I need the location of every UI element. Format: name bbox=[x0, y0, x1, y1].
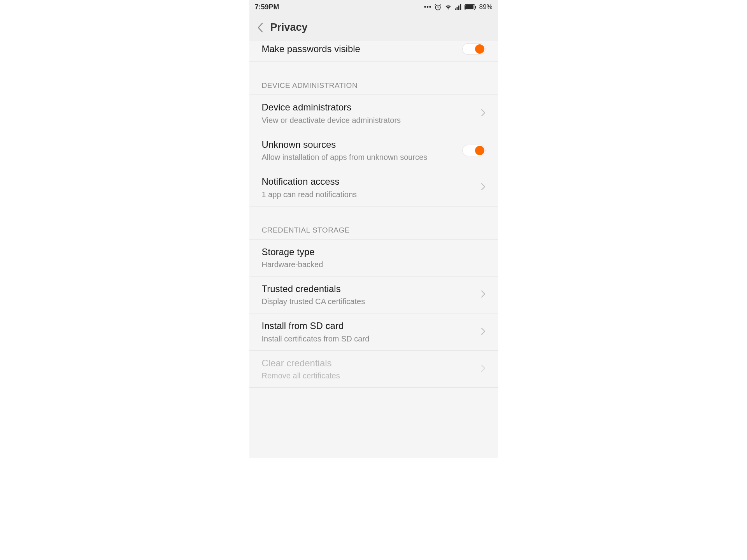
setting-subtitle: 1 app can read notifications bbox=[262, 189, 476, 200]
wifi-icon bbox=[444, 4, 452, 10]
setting-subtitle: Allow installation of apps from unknown … bbox=[262, 152, 462, 163]
setting-storage-type: Storage type Hardware-backed bbox=[249, 240, 498, 276]
setting-subtitle: View or deactivate device administrators bbox=[262, 115, 476, 126]
setting-subtitle: Display trusted CA certificates bbox=[262, 296, 476, 307]
svg-rect-1 bbox=[455, 9, 456, 10]
chevron-right-icon bbox=[481, 364, 486, 374]
setting-subtitle: Hardware-backed bbox=[262, 259, 486, 270]
setting-title: Install from SD card bbox=[262, 320, 476, 332]
chevron-right-icon bbox=[481, 183, 486, 192]
setting-title: Notification access bbox=[262, 175, 476, 188]
setting-title: Make passwords visible bbox=[262, 43, 462, 55]
setting-title: Device administrators bbox=[262, 101, 476, 114]
setting-unknown-sources[interactable]: Unknown sources Allow installation of ap… bbox=[249, 132, 498, 169]
back-button[interactable] bbox=[257, 23, 263, 33]
section-header-device-administration: DEVICE ADMINISTRATION bbox=[249, 62, 498, 95]
toggle-switch[interactable] bbox=[462, 145, 486, 156]
toggle-knob bbox=[475, 146, 484, 155]
app-bar: Privacy bbox=[249, 14, 498, 41]
page-title: Privacy bbox=[270, 21, 308, 33]
status-time: 7:59PM bbox=[255, 3, 279, 11]
toggle-knob bbox=[475, 44, 484, 54]
section-header-credential-storage: CREDENTIAL STORAGE bbox=[249, 206, 498, 240]
setting-title: Trusted credentials bbox=[262, 283, 476, 295]
svg-rect-6 bbox=[465, 5, 473, 9]
svg-rect-7 bbox=[475, 6, 476, 9]
chevron-right-icon bbox=[481, 327, 486, 337]
signal-icon bbox=[455, 4, 462, 10]
setting-title: Unknown sources bbox=[262, 138, 462, 151]
phone-screen: 7:59PM ••• 89% Privacy bbox=[249, 0, 498, 458]
battery-icon bbox=[465, 4, 476, 10]
setting-title: Clear credentials bbox=[262, 357, 476, 369]
setting-device-administrators[interactable]: Device administrators View or deactivate… bbox=[249, 95, 498, 132]
status-bar: 7:59PM ••• 89% bbox=[249, 0, 498, 14]
alarm-icon bbox=[434, 4, 442, 11]
svg-rect-3 bbox=[458, 5, 459, 10]
bottom-spacer bbox=[249, 388, 498, 458]
setting-install-from-sd-card[interactable]: Install from SD card Install certificate… bbox=[249, 313, 498, 350]
setting-subtitle: Remove all certificates bbox=[262, 370, 476, 381]
setting-notification-access[interactable]: Notification access 1 app can read notif… bbox=[249, 169, 498, 206]
setting-trusted-credentials[interactable]: Trusted credentials Display trusted CA c… bbox=[249, 276, 498, 313]
status-indicators: ••• 89% bbox=[424, 3, 493, 11]
settings-content: Make passwords visible DEVICE ADMINISTRA… bbox=[249, 41, 498, 458]
more-icon: ••• bbox=[424, 4, 432, 10]
chevron-right-icon bbox=[481, 290, 486, 299]
setting-title: Storage type bbox=[262, 246, 486, 258]
svg-rect-4 bbox=[460, 4, 461, 10]
toggle-switch[interactable] bbox=[462, 43, 486, 55]
battery-percent: 89% bbox=[479, 3, 492, 11]
setting-make-passwords-visible[interactable]: Make passwords visible bbox=[249, 41, 498, 62]
setting-subtitle: Install certificates from SD card bbox=[262, 333, 476, 344]
chevron-right-icon bbox=[481, 109, 486, 118]
svg-rect-2 bbox=[457, 7, 458, 10]
setting-clear-credentials: Clear credentials Remove all certificate… bbox=[249, 351, 498, 388]
